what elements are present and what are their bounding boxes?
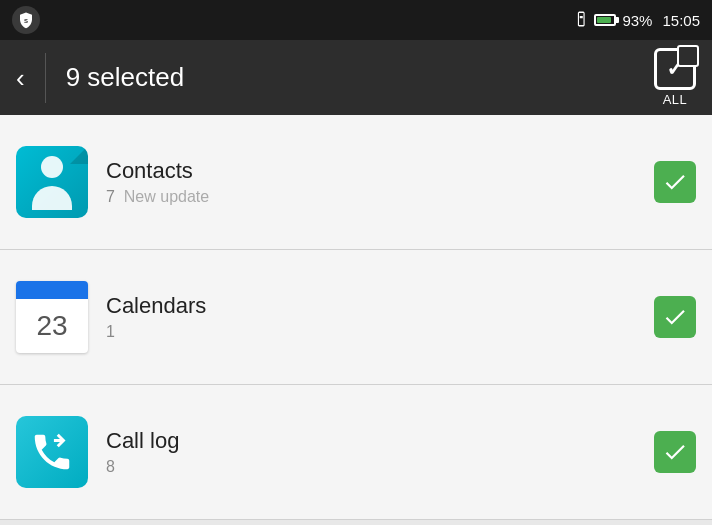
contacts-app-icon: [16, 146, 88, 218]
phone-icon: [29, 429, 75, 475]
battery-percent: 93%: [622, 12, 652, 29]
calllog-app-icon: [16, 416, 88, 488]
selected-count-label: 9 selected: [66, 62, 185, 93]
calendars-detail: 1: [106, 323, 636, 341]
contacts-name: Contacts: [106, 158, 636, 184]
status-left: S: [12, 6, 40, 34]
toolbar-left: ‹ 9 selected: [16, 53, 184, 103]
person-body-icon: [32, 186, 72, 210]
calendar-date: 23: [36, 312, 67, 340]
app-list: Contacts 7 New update 23 Calendars 1: [0, 115, 712, 520]
sim-icon: ?: [570, 10, 588, 31]
status-bar: S ? 93% 15:05: [0, 0, 712, 40]
icon-fold: [70, 146, 88, 164]
calllog-info: Call log 8: [106, 428, 636, 476]
calendars-name: Calendars: [106, 293, 636, 319]
list-item: Contacts 7 New update: [0, 115, 712, 250]
toolbar: ‹ 9 selected ✓ ALL: [0, 40, 712, 115]
calendars-app-icon: 23: [16, 281, 88, 353]
list-item: 23 Calendars 1: [0, 250, 712, 385]
calendars-info: Calendars 1: [106, 293, 636, 341]
calendars-checkbox[interactable]: [654, 296, 696, 338]
person-head-icon: [41, 156, 63, 178]
all-button[interactable]: ✓ ALL: [654, 48, 696, 107]
status-right: ? 93% 15:05: [570, 10, 700, 31]
svg-text:S: S: [24, 18, 28, 24]
calendar-header: [16, 281, 88, 299]
contacts-checkbox[interactable]: [654, 161, 696, 203]
back-button[interactable]: ‹: [16, 65, 25, 91]
calllog-name: Call log: [106, 428, 636, 454]
all-check-icon: ✓: [666, 56, 684, 82]
battery-icon: [594, 14, 616, 26]
all-label: ALL: [663, 92, 688, 107]
contacts-detail: 7 New update: [106, 188, 636, 206]
calendar-body: 23: [36, 299, 67, 353]
svg-text:?: ?: [581, 21, 583, 25]
shield-icon: S: [12, 6, 40, 34]
contacts-info: Contacts 7 New update: [106, 158, 636, 206]
divider: [45, 53, 46, 103]
all-checkbox[interactable]: ✓: [654, 48, 696, 90]
calllog-checkbox[interactable]: [654, 431, 696, 473]
list-item: Call log 8: [0, 385, 712, 520]
svg-rect-1: [580, 16, 583, 18]
clock: 15:05: [662, 12, 700, 29]
calllog-detail: 8: [106, 458, 636, 476]
